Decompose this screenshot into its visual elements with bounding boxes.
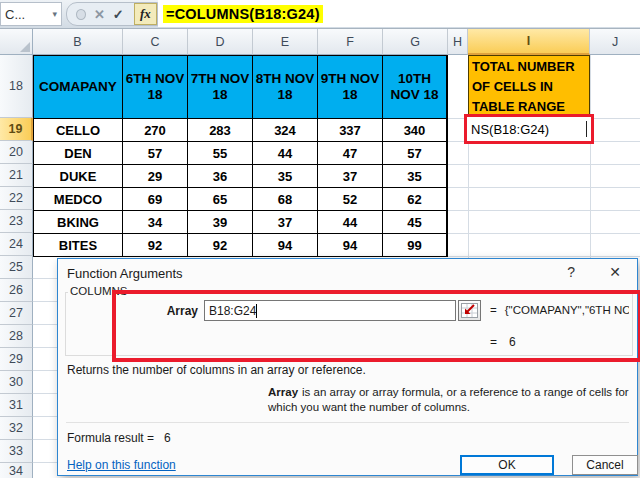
table-header-cell[interactable]: 7TH NOV 18 xyxy=(188,56,252,118)
select-all-corner[interactable] xyxy=(0,29,33,55)
row-header-33[interactable]: 33 xyxy=(0,440,33,463)
column-header-b[interactable]: B xyxy=(33,29,123,55)
table-cell[interactable]: 45 xyxy=(383,211,446,233)
table-cell[interactable]: 47 xyxy=(318,142,382,164)
table-header-cell[interactable]: 10TH NOV 18 xyxy=(383,56,446,118)
array-label: Array xyxy=(153,304,198,318)
table-header-cell[interactable]: COMAPANY xyxy=(34,56,122,118)
row-header-21[interactable]: 21 xyxy=(0,164,33,187)
row-header-18[interactable]: 18 xyxy=(0,55,33,118)
name-box-value: C... xyxy=(5,7,25,22)
row-header-27[interactable]: 27 xyxy=(0,302,33,325)
row-header-30[interactable]: 30 xyxy=(0,371,33,394)
array-preview: ={"COMAPANY","6TH NOV 18","7TH N... xyxy=(490,304,629,316)
table-cell[interactable]: 35 xyxy=(383,165,446,187)
table-header-cell[interactable]: 9TH NOV 18 xyxy=(318,56,382,118)
table-cell[interactable]: MEDCO xyxy=(34,188,122,210)
row-header-24[interactable]: 24 xyxy=(0,233,33,256)
equals-sign: = xyxy=(490,335,497,349)
cell-i19-editing[interactable]: NS(B18:G24) xyxy=(464,114,594,144)
argument-help: Arrayis an array or array formula, or a … xyxy=(268,385,636,415)
table-cell[interactable]: BITES xyxy=(34,234,122,256)
row-header-19-selected[interactable]: 19 xyxy=(0,118,33,141)
array-input[interactable]: B18:G24 xyxy=(204,300,456,321)
table-cell[interactable]: 62 xyxy=(383,188,446,210)
column-header-g[interactable]: G xyxy=(383,29,448,55)
table-cell[interactable]: 44 xyxy=(253,142,317,164)
formula-input[interactable]: =COLUMNS(B18:G24) xyxy=(158,0,640,27)
table-cell[interactable]: 68 xyxy=(253,188,317,210)
close-icon[interactable]: ✕ xyxy=(609,264,621,280)
column-header-d[interactable]: D xyxy=(188,29,253,55)
function-name-label: COLUMNS xyxy=(68,285,130,297)
formula-result-label: Formula result = xyxy=(67,431,154,445)
formula-bar: C... ▾ ✕ ✓ fx =COLUMNS(B18:G24) xyxy=(0,0,640,29)
table-cell[interactable]: DEN xyxy=(34,142,122,164)
intermediate-result-value: 6 xyxy=(509,335,516,349)
cell-i18-total-label[interactable]: TOTAL NUMBER OF CELLS IN TABLE RANGE xyxy=(468,55,590,118)
table-cell[interactable]: 52 xyxy=(318,188,382,210)
dialog-title: Function Arguments xyxy=(67,266,183,281)
range-picker-icon xyxy=(461,303,478,318)
table-cell[interactable]: 29 xyxy=(123,165,187,187)
row-header-26[interactable]: 26 xyxy=(0,279,33,302)
table-cell[interactable]: 92 xyxy=(123,234,187,256)
table-cell[interactable]: 39 xyxy=(188,211,252,233)
column-header-j[interactable]: J xyxy=(590,29,640,55)
table-header-cell[interactable]: 6TH NOV 18 xyxy=(123,56,187,118)
column-header-c[interactable]: C xyxy=(123,29,188,55)
table-cell[interactable]: 44 xyxy=(318,211,382,233)
function-description: Returns the number of columns in an arra… xyxy=(67,363,366,377)
row-header-32[interactable]: 32 xyxy=(0,417,33,440)
help-link[interactable]: Help on this function xyxy=(67,458,176,472)
insert-function-button[interactable]: fx xyxy=(134,3,157,25)
table-cell[interactable]: 94 xyxy=(253,234,317,256)
table-cell[interactable]: DUKE xyxy=(34,165,122,187)
table-cell[interactable]: 283 xyxy=(188,119,252,141)
table-cell[interactable]: CELLO xyxy=(34,119,122,141)
table-cell[interactable]: 337 xyxy=(318,119,382,141)
dialog-help-icon[interactable]: ? xyxy=(567,264,575,280)
table-cell[interactable]: 340 xyxy=(383,119,446,141)
table-cell[interactable]: 57 xyxy=(123,142,187,164)
table-cell[interactable]: 99 xyxy=(383,234,446,256)
table-cell[interactable]: BKING xyxy=(34,211,122,233)
table-cell[interactable]: 69 xyxy=(123,188,187,210)
row-header-34[interactable]: 34 xyxy=(0,463,33,478)
table-cell[interactable]: 34 xyxy=(123,211,187,233)
table-cell[interactable]: 92 xyxy=(188,234,252,256)
table-cell[interactable]: 36 xyxy=(188,165,252,187)
text-cursor xyxy=(586,121,587,137)
collapse-dot-icon xyxy=(76,9,86,20)
enter-icon[interactable]: ✓ xyxy=(113,8,124,21)
equals-sign: = xyxy=(490,304,497,316)
row-header-28[interactable]: 28 xyxy=(0,325,33,348)
table-cell[interactable]: 35 xyxy=(253,165,317,187)
function-arguments-dialog: Function Arguments ? ✕ COLUMNS Array B18… xyxy=(57,258,638,476)
table-cell[interactable]: 37 xyxy=(318,165,382,187)
table-cell[interactable]: 55 xyxy=(188,142,252,164)
column-header-e[interactable]: E xyxy=(253,29,318,55)
row-header-23[interactable]: 23 xyxy=(0,210,33,233)
ok-button[interactable]: OK xyxy=(460,455,554,475)
cancel-icon[interactable]: ✕ xyxy=(94,8,105,21)
row-header-20[interactable]: 20 xyxy=(0,141,33,164)
table-cell[interactable]: 270 xyxy=(123,119,187,141)
table-cell[interactable]: 94 xyxy=(318,234,382,256)
name-box[interactable]: C... ▾ xyxy=(0,2,62,26)
table-header-cell[interactable]: 8TH NOV 18 xyxy=(253,56,317,118)
cancel-button[interactable]: Cancel xyxy=(572,455,638,475)
row-header-29[interactable]: 29 xyxy=(0,348,33,371)
table-cell[interactable]: 65 xyxy=(188,188,252,210)
range-picker-button[interactable] xyxy=(458,300,481,321)
table-cell[interactable]: 57 xyxy=(383,142,446,164)
row-header-31[interactable]: 31 xyxy=(0,394,33,417)
table-cell[interactable]: 37 xyxy=(253,211,317,233)
table-cell[interactable]: 324 xyxy=(253,119,317,141)
chevron-down-icon[interactable]: ▾ xyxy=(52,9,57,19)
column-header-f[interactable]: F xyxy=(318,29,383,55)
row-header-25[interactable]: 25 xyxy=(0,256,33,279)
column-header-h[interactable]: H xyxy=(448,29,468,55)
row-header-22[interactable]: 22 xyxy=(0,187,33,210)
column-header-i-selected[interactable]: I xyxy=(468,29,590,55)
